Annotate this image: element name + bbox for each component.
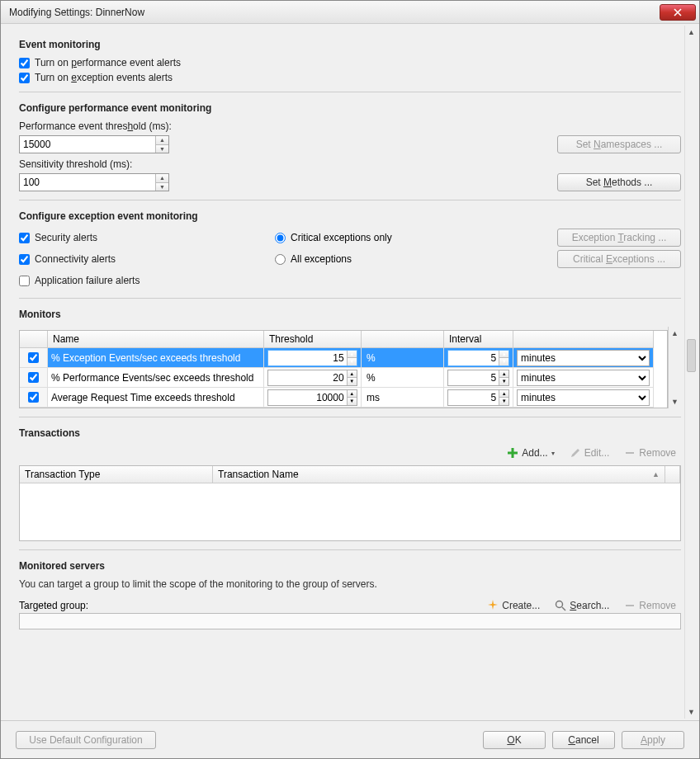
servers-heading: Monitored servers	[19, 560, 681, 572]
spin-down-icon[interactable]: ▼	[499, 358, 508, 365]
monitor-name: Average Request Time exceeds threshold	[48, 388, 264, 408]
interval-spinner[interactable]: ▲▼	[447, 389, 509, 406]
spin-up-icon[interactable]: ▲	[499, 370, 508, 379]
interval-input[interactable]	[448, 351, 499, 365]
threshold-input[interactable]	[268, 370, 347, 385]
threshold-unit: ms	[362, 388, 444, 408]
spin-down-icon[interactable]: ▼	[499, 378, 508, 385]
all-exceptions-label: All exceptions	[291, 253, 352, 265]
use-default-config-button[interactable]: Use Default Configuration	[16, 731, 156, 749]
col-interval[interactable]: Interval	[444, 331, 513, 348]
divider	[19, 298, 681, 299]
monitors-table: Name Threshold Interval % Exception Even…	[19, 330, 668, 408]
edit-transaction-button[interactable]: Edit...	[565, 446, 615, 460]
col-name[interactable]: Name	[48, 331, 264, 348]
chevron-down-icon: ▾	[551, 450, 555, 457]
monitor-name: % Exception Events/sec exceeds threshold	[48, 348, 264, 368]
threshold-input[interactable]	[268, 390, 347, 405]
col-threshold[interactable]: Threshold	[264, 331, 362, 348]
threshold-unit: %	[362, 348, 444, 368]
interval-input[interactable]	[448, 370, 499, 385]
scroll-up-icon[interactable]: ▲	[685, 26, 698, 39]
monitor-checkbox[interactable]	[28, 372, 39, 383]
scroll-down-icon[interactable]: ▼	[669, 395, 681, 408]
divider	[19, 549, 681, 550]
transactions-table: Transaction Type Transaction Name ▲	[19, 465, 681, 541]
app-failure-checkbox[interactable]	[19, 276, 30, 286]
monitors-scrollbar[interactable]: ▲ ▼	[668, 327, 681, 408]
interval-unit-select[interactable]: minutes	[517, 370, 650, 386]
footer: Use Default Configuration OK Cancel Appl…	[1, 720, 699, 758]
spin-down-icon[interactable]: ▼	[156, 183, 168, 191]
pencil-icon	[570, 447, 581, 459]
spin-down-icon[interactable]: ▼	[348, 398, 357, 405]
targeted-group-input[interactable]	[19, 613, 681, 629]
spin-up-icon[interactable]: ▲	[348, 351, 357, 359]
threshold-spinner[interactable]: ▲▼	[267, 350, 357, 366]
spin-down-icon[interactable]: ▼	[348, 378, 357, 385]
col-trans-type[interactable]: Transaction Type	[20, 466, 213, 483]
connectivity-alerts-checkbox[interactable]	[19, 254, 30, 265]
perf-threshold-input[interactable]	[20, 136, 155, 153]
col-trans-name[interactable]: Transaction Name ▲	[213, 466, 665, 483]
perf-alerts-label: Turn on performance event alerts	[35, 57, 181, 68]
remove-transaction-button[interactable]: Remove	[619, 446, 681, 460]
critical-exceptions-button[interactable]: Critical Exceptions ...	[557, 250, 681, 268]
divider	[19, 417, 681, 417]
vertical-scrollbar[interactable]: ▲ ▼	[684, 26, 698, 719]
table-row[interactable]: Average Request Time exceeds threshold▲▼…	[20, 388, 667, 408]
scroll-thumb[interactable]	[687, 339, 696, 372]
set-namespaces-button[interactable]: Set Namespaces ...	[557, 135, 681, 153]
spin-up-icon[interactable]: ▲	[499, 351, 508, 359]
monitor-checkbox[interactable]	[28, 392, 39, 403]
col-check[interactable]	[20, 331, 48, 348]
connectivity-alerts-label: Connectivity alerts	[35, 253, 116, 265]
all-exceptions-radio[interactable]	[275, 254, 286, 265]
app-failure-label: Application failure alerts	[35, 275, 140, 286]
content-area: Event monitoring Turn on performance eve…	[1, 24, 699, 720]
sort-asc-icon: ▲	[652, 470, 660, 478]
interval-input[interactable]	[448, 390, 499, 405]
create-group-button[interactable]: Create...	[482, 598, 545, 613]
spin-up-icon[interactable]: ▲	[156, 174, 168, 183]
critical-only-radio[interactable]	[275, 233, 286, 243]
scroll-up-icon[interactable]: ▲	[669, 327, 681, 340]
spin-up-icon[interactable]: ▲	[348, 390, 357, 398]
table-row[interactable]: % Performance Events/sec exceeds thresho…	[20, 368, 667, 388]
threshold-input[interactable]	[268, 351, 347, 365]
remove-group-button[interactable]: Remove	[619, 598, 681, 613]
set-methods-button[interactable]: Set Methods ...	[557, 173, 681, 191]
add-transaction-button[interactable]: Add... ▾	[502, 446, 559, 460]
monitor-name: % Performance Events/sec exceeds thresho…	[48, 368, 264, 388]
monitor-checkbox[interactable]	[28, 352, 39, 363]
apply-button[interactable]: Apply	[622, 731, 684, 749]
interval-spinner[interactable]: ▲▼	[447, 370, 509, 386]
cancel-button[interactable]: Cancel	[552, 731, 615, 749]
interval-unit-select[interactable]: minutes	[517, 350, 650, 366]
spin-down-icon[interactable]: ▼	[348, 358, 357, 365]
minus-icon	[624, 447, 636, 459]
ok-button[interactable]: OK	[483, 731, 546, 749]
exception-alerts-checkbox[interactable]	[19, 73, 30, 83]
search-group-button[interactable]: Search...	[550, 598, 614, 613]
security-alerts-checkbox[interactable]	[19, 233, 30, 243]
sensitivity-spinner[interactable]: ▲▼	[19, 173, 169, 191]
spin-up-icon[interactable]: ▲	[499, 390, 508, 398]
table-row[interactable]: % Exception Events/sec exceeds threshold…	[20, 348, 667, 368]
spin-down-icon[interactable]: ▼	[499, 398, 508, 405]
monitors-heading: Monitors	[19, 309, 681, 320]
interval-spinner[interactable]: ▲▼	[447, 350, 509, 366]
spin-down-icon[interactable]: ▼	[156, 145, 168, 153]
targeted-group-label: Targeted group:	[19, 600, 88, 611]
sensitivity-input[interactable]	[20, 174, 155, 191]
close-button[interactable]	[660, 4, 696, 21]
scroll-down-icon[interactable]: ▼	[685, 705, 698, 719]
threshold-spinner[interactable]: ▲▼	[267, 370, 357, 386]
spin-up-icon[interactable]: ▲	[156, 136, 168, 145]
spin-up-icon[interactable]: ▲	[348, 370, 357, 379]
exception-tracking-button[interactable]: Exception Tracking ...	[557, 229, 681, 247]
perf-threshold-spinner[interactable]: ▲▼	[19, 135, 169, 153]
perf-alerts-checkbox[interactable]	[19, 58, 30, 68]
interval-unit-select[interactable]: minutes	[517, 389, 650, 406]
threshold-spinner[interactable]: ▲▼	[267, 389, 357, 406]
